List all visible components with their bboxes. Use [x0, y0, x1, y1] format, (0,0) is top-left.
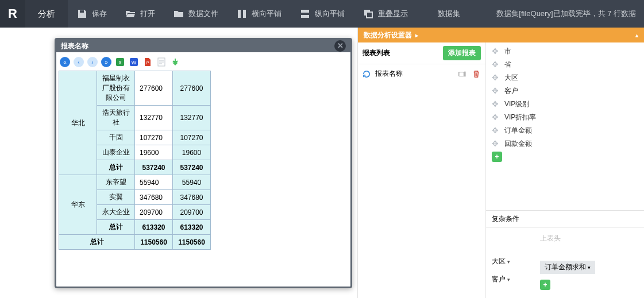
customer-cell: 千固 — [97, 130, 135, 145]
value-cell: 55940 — [173, 175, 211, 190]
metric-chip[interactable]: 订单金额求和 — [540, 261, 595, 274]
tile-horizontal-button[interactable]: 横向平铺 — [227, 0, 291, 28]
tile-v-label: 纵向平铺 — [315, 9, 345, 19]
svg-rect-15 — [459, 72, 464, 76]
export-pdf-icon[interactable]: P — [142, 57, 153, 67]
analyzer-title: 数据分析设置器 — [364, 30, 412, 40]
tab-analysis[interactable]: 分析 — [25, 0, 68, 28]
analyzer-panel: 数据分析设置器 ▸ ▴ 报表列表 添加报表 报表名称 — [357, 28, 644, 298]
last-page-icon[interactable]: » — [101, 57, 111, 67]
svg-text:P: P — [146, 61, 149, 65]
tile-vertical-icon — [300, 9, 310, 19]
delete-icon[interactable] — [472, 69, 481, 79]
download-icon[interactable] — [170, 57, 180, 67]
conditions-body: 大区 客户 上表头 订单金额求和 + — [486, 228, 644, 298]
value-cell: 347680 — [135, 190, 173, 205]
move-icon[interactable] — [492, 74, 500, 82]
grand-total-value: 1150560 — [173, 235, 211, 250]
value-cell: 209700 — [135, 205, 173, 220]
tile-h-label: 横向平铺 — [252, 9, 281, 19]
first-page-icon[interactable]: « — [60, 57, 70, 67]
field-label: 大区 — [504, 73, 518, 83]
value-cell: 132770 — [135, 106, 173, 130]
status-text: 数据集[fileQuery]已加载完毕，共 7 行数据 — [488, 9, 644, 19]
move-icon[interactable] — [492, 140, 500, 148]
column-metrics: 上表头 订单金额求和 + — [540, 234, 638, 292]
move-icon[interactable] — [492, 48, 500, 56]
svg-text:W: W — [132, 60, 137, 65]
grand-total-value: 1150560 — [135, 235, 173, 250]
region-cell: 华东 — [59, 175, 97, 235]
svg-rect-0 — [238, 10, 241, 18]
field-item[interactable]: 客户 — [486, 84, 644, 98]
workspace: 报表名称 ✕ « ‹ › » x W P — [0, 28, 357, 298]
next-page-icon[interactable]: › — [87, 57, 98, 67]
dataset-label: 数据集 — [438, 9, 460, 19]
report-dialog: 报表名称 ✕ « ‹ › » x W P — [55, 38, 352, 288]
overlap-label: 重叠显示 — [378, 9, 408, 19]
dimension-chip[interactable]: 客户 — [492, 274, 532, 284]
open-label: 打开 — [140, 9, 155, 19]
subtotal-value: 613320 — [135, 220, 173, 235]
value-cell: 107270 — [173, 130, 211, 145]
dialog-body: « ‹ › » x W P — [56, 52, 350, 253]
field-item[interactable]: VIP级别 — [486, 98, 644, 111]
field-item[interactable]: 市 — [486, 45, 644, 58]
move-icon[interactable] — [492, 61, 500, 69]
export-word-icon[interactable]: W — [129, 57, 139, 67]
report-name: 报表名称 — [375, 69, 453, 79]
subtotal-value: 613320 — [173, 220, 211, 235]
add-metric-button[interactable]: + — [540, 280, 550, 290]
svg-rect-5 — [367, 12, 372, 18]
add-report-button[interactable]: 添加报表 — [443, 46, 481, 60]
overlap-icon — [363, 9, 373, 19]
minimize-icon[interactable]: ▴ — [635, 32, 638, 38]
save-button[interactable]: 保存 — [68, 0, 116, 28]
svg-rect-2 — [301, 10, 309, 13]
dimension-chip[interactable]: 大区 — [492, 257, 532, 266]
open-button[interactable]: 打开 — [116, 0, 164, 28]
add-field-button[interactable]: + — [492, 152, 502, 162]
field-label: VIP折扣率 — [504, 113, 536, 122]
customer-cell: 福星制衣厂股份有限公司 — [97, 71, 135, 106]
field-list: 市 省 大区 客户 VIP级别 VIP折扣率 订单金额 回款金额 + — [486, 42, 644, 210]
field-item[interactable]: 省 — [486, 58, 644, 71]
value-cell: 19600 — [173, 145, 211, 160]
field-label: 客户 — [504, 86, 518, 96]
value-cell: 277600 — [173, 71, 211, 106]
report-row[interactable]: 报表名称 — [358, 64, 485, 83]
tile-vertical-button[interactable]: 纵向平铺 — [291, 0, 354, 28]
analyzer-body: 报表列表 添加报表 报表名称 — [358, 42, 644, 298]
datafile-button[interactable]: 数据文件 — [164, 0, 227, 28]
export-excel-icon[interactable]: x — [115, 57, 125, 67]
move-icon[interactable] — [492, 127, 500, 135]
prev-page-icon[interactable]: ‹ — [74, 57, 84, 67]
field-item[interactable]: 大区 — [486, 71, 644, 84]
field-item[interactable]: 订单金额 — [486, 124, 644, 137]
rename-icon[interactable] — [458, 69, 467, 79]
table-row: 华东 东帝望 55940 55940 — [59, 175, 211, 190]
field-label: 回款金额 — [504, 139, 532, 149]
field-item[interactable]: VIP折扣率 — [486, 111, 644, 124]
chevron-right-icon: ▸ — [415, 32, 418, 38]
report-list-header: 报表列表 添加报表 — [358, 42, 485, 64]
move-icon[interactable] — [492, 114, 500, 122]
overlap-button[interactable]: 重叠显示 — [354, 0, 417, 28]
dialog-titlebar[interactable]: 报表名称 ✕ — [56, 40, 350, 52]
dataset-label-item[interactable]: 数据集 — [429, 0, 469, 28]
move-icon[interactable] — [492, 100, 500, 109]
svg-text:x: x — [119, 59, 122, 65]
refresh-icon[interactable] — [363, 70, 371, 78]
report-list-column: 报表列表 添加报表 报表名称 — [358, 42, 486, 298]
top-header-placeholder[interactable]: 上表头 — [540, 234, 638, 243]
field-label: 市 — [504, 47, 511, 56]
field-label: VIP级别 — [504, 99, 529, 109]
close-icon[interactable]: ✕ — [334, 40, 346, 52]
field-item[interactable]: 回款金额 — [486, 137, 644, 150]
analyzer-header[interactable]: 数据分析设置器 ▸ ▴ — [358, 28, 644, 42]
move-icon[interactable] — [492, 87, 500, 95]
tile-horizontal-icon — [237, 9, 247, 19]
export-text-icon[interactable] — [156, 57, 167, 67]
row-dimensions: 大区 客户 — [492, 234, 532, 292]
save-icon — [77, 9, 87, 19]
